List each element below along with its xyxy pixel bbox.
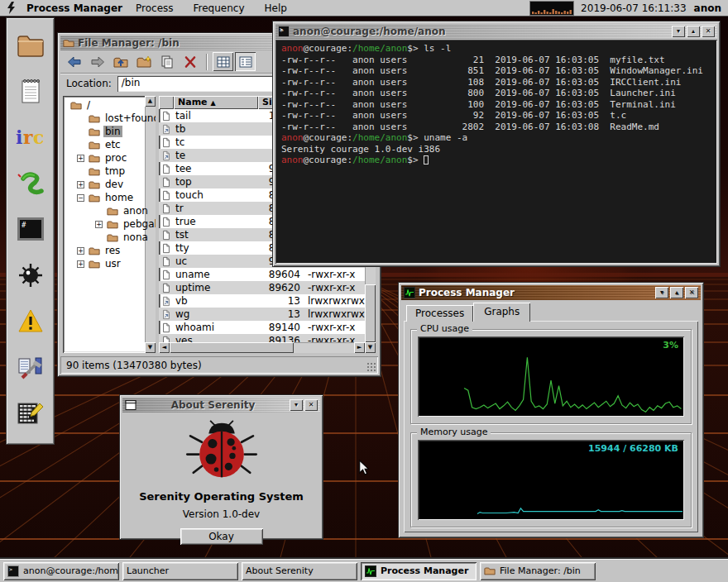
back-button[interactable] xyxy=(64,52,85,72)
tab-graphs[interactable]: Graphs xyxy=(473,303,530,322)
table-view-button[interactable] xyxy=(213,52,233,71)
tree-item-home[interactable]: −home xyxy=(65,191,144,204)
close-button[interactable]: ✕ xyxy=(304,399,318,411)
file-row-uptime[interactable]: uptime89620-rwxr-xr-x xyxy=(159,281,365,294)
file-row-uname[interactable]: uname89604-rwxr-xr-x xyxy=(159,268,365,281)
tree-item-etc[interactable]: etc xyxy=(65,138,144,151)
resize-grip[interactable] xyxy=(366,362,376,372)
terminal-titlebar[interactable]: > anon@courage:/home/anon ▾ ▴ ✕ xyxy=(275,24,717,39)
expand-icon[interactable]: + xyxy=(77,247,84,255)
icon-column-header[interactable] xyxy=(159,96,174,109)
menu-process[interactable]: Process xyxy=(136,2,174,14)
scroll-down-button[interactable]: ▼ xyxy=(145,342,156,353)
horizontal-scrollbar[interactable]: ◄ ► xyxy=(159,342,365,353)
taskbar-button-about-serenity[interactable]: About Serenity xyxy=(242,562,357,580)
folder-icon xyxy=(63,37,74,49)
taskbar-button-file-manager-bin[interactable]: File Manager: /bin xyxy=(480,562,596,580)
expand-icon[interactable]: + xyxy=(77,181,84,188)
expand-icon[interactable]: + xyxy=(77,260,84,268)
taskbar-button-label: Process Manager xyxy=(381,565,468,576)
file-icon xyxy=(159,256,174,267)
folder-icon xyxy=(89,113,101,124)
launcher-warning[interactable] xyxy=(15,308,46,337)
collapse-icon[interactable]: − xyxy=(77,194,84,202)
close-button[interactable]: ✕ xyxy=(702,26,715,37)
tree-item-lost-found[interactable]: lost+found xyxy=(65,112,144,125)
window-icon xyxy=(125,399,136,411)
launcher-minesweeper[interactable] xyxy=(15,261,46,291)
open-parent-button[interactable] xyxy=(110,52,132,72)
minimize-button[interactable]: ▾ xyxy=(655,287,668,298)
mouse-cursor xyxy=(358,460,370,475)
name-column-header[interactable]: Name ▲ xyxy=(174,96,258,109)
taskbar-button-label: About Serenity xyxy=(246,565,314,576)
scrollbar-thumb[interactable] xyxy=(365,284,376,342)
file-name: te xyxy=(174,150,258,161)
copy-button[interactable] xyxy=(156,52,178,72)
menu-help[interactable]: Help xyxy=(265,2,287,14)
tree-item-usr[interactable]: +usr xyxy=(65,257,144,270)
scroll-left-button[interactable]: ◄ xyxy=(159,342,170,353)
file-row-vb[interactable]: vb13lrwxrwxrwx xyxy=(159,294,365,308)
tree-item-nona[interactable]: nona xyxy=(65,231,144,244)
menu-frequency[interactable]: Frequency xyxy=(194,2,245,14)
about-titlebar[interactable]: About Serenity ▾ ✕ xyxy=(122,398,320,413)
minimize-button[interactable]: ▾ xyxy=(290,399,303,411)
maximize-button[interactable]: ▴ xyxy=(687,26,700,37)
lightning-icon[interactable] xyxy=(7,2,18,15)
tree-item-dev[interactable]: +dev xyxy=(65,178,144,191)
launcher-toolbox[interactable] xyxy=(15,353,46,383)
close-button[interactable]: ✕ xyxy=(685,287,698,298)
toolbox-icon xyxy=(17,355,44,382)
expand-icon[interactable]: + xyxy=(77,155,84,162)
launcher-terminal[interactable]: # xyxy=(15,216,46,246)
process-manager-icon xyxy=(365,565,376,577)
scroll-right-button[interactable]: ► xyxy=(354,342,365,353)
launcher-snake[interactable] xyxy=(15,169,46,199)
maximize-button[interactable]: ▴ xyxy=(670,287,683,298)
folder-icon xyxy=(89,166,101,177)
file-row-whoami[interactable]: whoami89140-rwxr-xr-x xyxy=(159,321,365,334)
tab-processes[interactable]: Processes xyxy=(406,305,473,322)
launcher-font-editor[interactable] xyxy=(15,399,46,429)
scroll-up-button[interactable]: ▲ xyxy=(145,96,156,107)
file-icon xyxy=(159,177,174,188)
cpu-history-graph-icon[interactable] xyxy=(530,2,573,15)
tree-item-pebgak[interactable]: +pebgak xyxy=(65,217,144,231)
file-row-wg[interactable]: wg13lrwxrwxrwx xyxy=(159,308,365,321)
scroll-down-button[interactable]: ▼ xyxy=(365,342,376,353)
tree-item-proc[interactable]: +proc xyxy=(65,151,144,165)
terminal-content[interactable]: anon@courage:/home/anon$> ls -l-rw-r--r-… xyxy=(275,40,717,264)
prompt-user: anon xyxy=(281,132,304,143)
file-row-yes[interactable]: yes89136-rwxr-xr-x xyxy=(159,334,365,342)
launcher-irc-client[interactable]: irc xyxy=(15,123,46,153)
expand-icon[interactable]: + xyxy=(95,221,103,228)
new-directory-button[interactable] xyxy=(133,52,155,72)
memory-usage-value: 15944 / 66280 KB xyxy=(588,443,678,454)
process-manager-titlebar[interactable]: Process Manager ▾ ▴ ✕ xyxy=(401,285,701,300)
launcher-text-editor[interactable] xyxy=(15,78,46,107)
terminal-window: > anon@courage:/home/anon ▾ ▴ ✕ anon@cou… xyxy=(273,21,720,266)
tree-item--[interactable]: / xyxy=(65,98,144,112)
okay-button[interactable]: Okay xyxy=(180,528,263,545)
file-name: uc xyxy=(174,255,258,267)
taskbar-button-launcher[interactable]: Launcher xyxy=(122,562,238,580)
tree-item-tmp[interactable]: tmp xyxy=(65,165,144,178)
tree-item-anon[interactable]: anon xyxy=(65,204,144,217)
tree-item-bin[interactable]: bin xyxy=(65,125,144,138)
file-mode: -rwxr-xr-x xyxy=(304,269,365,280)
taskbar-button-process-manager[interactable]: Process Manager xyxy=(361,562,477,580)
launcher-file-manager[interactable] xyxy=(15,31,46,61)
window-title: About Serenity xyxy=(140,399,286,411)
window-title: anon@courage:/home/anon xyxy=(293,26,668,37)
tree-item-res[interactable]: +res xyxy=(65,244,144,257)
file-icon xyxy=(159,243,174,254)
list-view-button[interactable] xyxy=(235,52,256,71)
delete-button[interactable] xyxy=(180,52,201,72)
scrollbar-thumb[interactable] xyxy=(170,342,294,353)
tree-item-label: res xyxy=(103,245,122,256)
prompt-path: /home/anon xyxy=(352,43,407,54)
taskbar-button-anon-courage-hom-[interactable]: >anon@courage:/hom... xyxy=(3,562,119,580)
forward-button[interactable] xyxy=(87,52,108,72)
minimize-button[interactable]: ▾ xyxy=(672,26,685,37)
